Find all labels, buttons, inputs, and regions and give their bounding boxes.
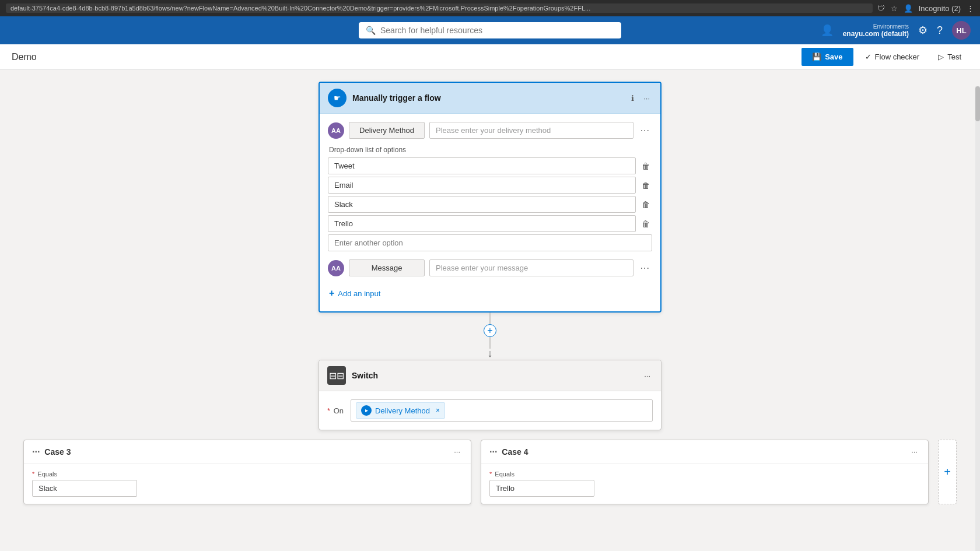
case-3-label: Case 3	[40, 447, 452, 457]
more-options-icon[interactable]: ···	[641, 93, 652, 104]
connector-section: + ↓	[12, 313, 968, 360]
option-row-email: 🗑	[328, 177, 652, 194]
env-name: enayu.com (default)	[843, 30, 909, 38]
delete-email-icon[interactable]: 🗑	[639, 178, 652, 192]
delivery-method-more[interactable]: ···	[638, 123, 652, 138]
option-tweet-input[interactable]	[328, 157, 636, 174]
info-icon[interactable]: ℹ	[629, 93, 636, 104]
case-3-header: ··· Case 3 ···	[24, 440, 471, 464]
delivery-tag-remove[interactable]: ×	[436, 406, 440, 415]
delete-tweet-icon[interactable]: 🗑	[639, 159, 652, 173]
shield-icon: 🛡	[877, 4, 885, 13]
person-icon: 👤	[821, 24, 834, 37]
test-button[interactable]: ▷ Test	[931, 49, 968, 65]
case-3-equals-label: * Equals	[32, 471, 463, 478]
trigger-card: ☛ Manually trigger a flow ℹ ··· AA Deliv…	[318, 82, 662, 313]
star-icon: ☆	[891, 4, 898, 13]
option-slack-input[interactable]	[328, 196, 636, 213]
canvas: ☛ Manually trigger a flow ℹ ··· AA Deliv…	[0, 70, 980, 551]
hand-icon: ☛	[334, 93, 341, 103]
connector-line-bottom	[489, 337, 491, 349]
message-avatar: AA	[328, 260, 344, 276]
option-row-trello: 🗑	[328, 215, 652, 232]
case-3-card: ··· Case 3 ··· * Equals	[23, 440, 471, 504]
add-step-button[interactable]: +	[484, 324, 496, 337]
case-3-more-left[interactable]: ···	[32, 447, 40, 457]
browser-url: default-37574ca4-cde8-4d8b-bcb8-897b1a5d…	[6, 3, 873, 13]
flow-checker-button[interactable]: ✓ Flow checker	[858, 49, 927, 65]
option-row-slack: 🗑	[328, 196, 652, 213]
switch-header: ⊟⊟ Switch ···	[319, 360, 661, 391]
switch-title: Switch	[352, 371, 636, 380]
scrollbar-thumb[interactable]	[975, 86, 980, 121]
case-4-equals-label: * Equals	[489, 471, 920, 478]
env-info: Environments enayu.com (default)	[843, 23, 909, 38]
search-bar[interactable]: 🔍	[359, 22, 621, 38]
required-star-case3: *	[32, 471, 34, 478]
option-new-input[interactable]	[328, 234, 652, 251]
delivery-method-tag: ▸ Delivery Method ×	[356, 402, 445, 419]
avatar[interactable]: HL	[952, 21, 971, 40]
save-icon: 💾	[812, 52, 821, 61]
case-4-label: Case 4	[497, 447, 909, 457]
delete-trello-icon[interactable]: 🗑	[639, 217, 652, 231]
search-input[interactable]	[380, 26, 614, 35]
connector-line-top	[489, 313, 491, 324]
env-label: Environments	[843, 23, 909, 30]
header-actions: 💾 Save ✓ Flow checker ▷ Test	[802, 48, 968, 66]
add-input-label: Add an input	[338, 289, 380, 298]
app-header: Demo 💾 Save ✓ Flow checker ▷ Test	[0, 44, 980, 70]
delivery-tag-label: Delivery Method	[375, 406, 430, 415]
switch-more-icons: ···	[642, 370, 653, 381]
dropdown-label: Drop-down list of options	[328, 146, 652, 154]
option-email-input[interactable]	[328, 177, 636, 194]
nav-right: 👤 Environments enayu.com (default) ⚙ ? H…	[821, 21, 971, 40]
card-header-icons: ℹ ···	[629, 93, 652, 104]
arrow-down-icon: ↓	[488, 348, 493, 360]
add-input-plus-icon: +	[329, 288, 334, 299]
add-input-button[interactable]: + Add an input	[328, 283, 652, 303]
case-3-more-icon[interactable]: ···	[452, 446, 463, 457]
on-field[interactable]: ▸ Delivery Method ×	[351, 399, 653, 422]
case-4-card: ··· Case 4 ··· * Equals	[481, 440, 929, 504]
case-4-equals-input[interactable]	[489, 480, 594, 497]
save-button[interactable]: 💾 Save	[802, 48, 853, 66]
switch-more-icon[interactable]: ···	[642, 370, 653, 381]
on-label: * On	[327, 406, 344, 415]
vertical-scrollbar[interactable]	[975, 86, 980, 551]
help-icon[interactable]: ?	[937, 24, 943, 37]
gear-icon[interactable]: ⚙	[918, 24, 928, 37]
incognito-label: Incognito (2)	[919, 4, 961, 13]
delivery-method-row: AA Delivery Method Please enter your del…	[328, 122, 652, 139]
dropdown-section: Drop-down list of options 🗑 🗑 🗑	[328, 146, 652, 251]
trigger-title: Manually trigger a flow	[352, 93, 623, 103]
canvas-inner: ☛ Manually trigger a flow ℹ ··· AA Deliv…	[12, 82, 968, 504]
option-trello-input[interactable]	[328, 215, 636, 232]
trigger-icon: ☛	[328, 89, 346, 107]
delivery-method-placeholder[interactable]: Please enter your delivery method	[429, 122, 634, 139]
delete-slack-icon[interactable]: 🗑	[639, 198, 652, 212]
case-3-body: * Equals	[24, 464, 471, 504]
menu-icon: ⋮	[967, 4, 974, 13]
delivery-tag-icon: ▸	[361, 405, 372, 416]
add-case-button[interactable]: +	[938, 440, 957, 504]
message-placeholder[interactable]: Please enter your message	[429, 259, 634, 276]
flow-checker-icon: ✓	[865, 52, 872, 61]
option-row-tweet: 🗑	[328, 157, 652, 174]
top-nav: 🔍 👤 Environments enayu.com (default) ⚙ ?…	[0, 16, 980, 44]
case-4-body: * Equals	[481, 464, 928, 504]
trigger-card-body: AA Delivery Method Please enter your del…	[320, 114, 660, 311]
required-star-case4: *	[489, 471, 492, 478]
option-row-new	[328, 234, 652, 251]
switch-symbol: ⊟⊟	[329, 370, 344, 381]
add-case-icon: +	[944, 465, 951, 479]
message-label[interactable]: Message	[349, 259, 425, 276]
message-row: AA Message Please enter your message ···	[328, 259, 652, 276]
delivery-method-label[interactable]: Delivery Method	[349, 122, 425, 139]
app-title: Demo	[12, 52, 37, 62]
profile-icon: 👤	[904, 4, 913, 13]
case-3-equals-input[interactable]	[32, 480, 137, 497]
switch-body: * On ▸ Delivery Method ×	[319, 391, 661, 430]
case-4-more-icon[interactable]: ···	[909, 446, 920, 457]
message-more[interactable]: ···	[638, 261, 652, 276]
